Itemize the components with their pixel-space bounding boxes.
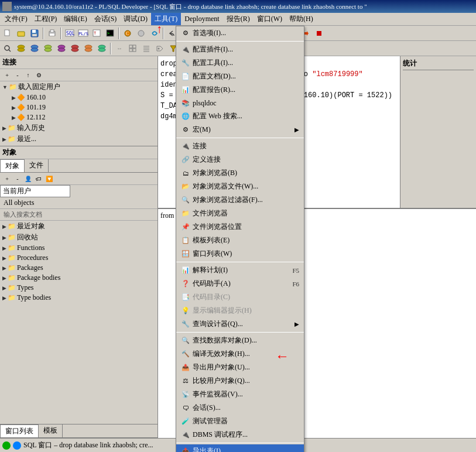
obj-add-btn[interactable]: +	[2, 174, 12, 183]
obj-remove-btn[interactable]: -	[13, 174, 22, 183]
plsql-window-btn[interactable]: PL/S	[77, 27, 90, 40]
tab-object[interactable]: 对象	[0, 159, 25, 172]
menu-template-list[interactable]: 📋 模板列表(E)	[176, 234, 304, 247]
test-window-btn[interactable]: T	[90, 27, 103, 40]
menu-report[interactable]: 报告(R)	[223, 13, 254, 25]
obj-recycle[interactable]: ▶ 📁 回收站	[0, 232, 157, 243]
menu-file[interactable]: 文件(F)	[1, 13, 31, 25]
svg-point-19	[138, 30, 144, 36]
print-btn[interactable]	[46, 27, 59, 40]
menu-session[interactable]: 会话(S)	[91, 13, 121, 25]
list-btn[interactable]	[140, 42, 153, 55]
conn-tree-item-4[interactable]: ▶ 📁 输入历史	[0, 122, 157, 133]
svg-rect-49	[129, 49, 132, 52]
menu-define-connect[interactable]: 🔗 定义连接	[176, 153, 304, 166]
menu-file-browser-pos[interactable]: 📌 文件浏览器位置	[176, 220, 304, 234]
tab-template[interactable]: 模板	[39, 424, 63, 437]
obj-recent[interactable]: ▶ 📁 最近对象	[0, 221, 157, 232]
conn-tree-item-2[interactable]: ▶ 🔶 101.19	[0, 102, 157, 112]
menu-export-tables[interactable]: 📤 导出表(I)...	[176, 444, 304, 452]
obj-packages[interactable]: ▶ 📁 Packages	[0, 263, 157, 273]
db4-btn[interactable]	[55, 42, 68, 55]
exportuserobj-icon: 📤	[181, 363, 190, 372]
svg-text:PL/S: PL/S	[78, 32, 88, 36]
obj-user-btn[interactable]: 👤	[23, 174, 33, 183]
conn-refresh-btn[interactable]: ↑	[23, 70, 33, 80]
obj-functions[interactable]: ▶ 📁 Functions	[0, 243, 157, 253]
menu-test-manager[interactable]: 🧪 测试管理器	[176, 415, 304, 428]
svg-point-40	[58, 48, 65, 52]
menu-session2[interactable]: 🗨 会话(S)...	[176, 401, 304, 415]
conn-remove-btn[interactable]: -	[13, 70, 22, 80]
menu-event-monitor[interactable]: 📡 事件监视器(V)...	[176, 388, 304, 401]
menu-deployment[interactable]: Deployment	[181, 13, 222, 25]
menu-explain[interactable]: 📊 解释计划(I) F5	[176, 263, 304, 277]
menu-obj-browser-filter[interactable]: 🔍 对象浏览器过滤器(F)...	[176, 193, 304, 207]
menu-macro[interactable]: ⚙ 宏(M) ▶	[176, 123, 304, 136]
menu-config-plugin[interactable]: 🔌 配置插件(I)...	[176, 43, 304, 56]
conn-tree-item-3[interactable]: ▶ 🔶 12.112	[0, 112, 157, 122]
menu-obj-browser-file[interactable]: 📂 对象浏览器文件(W)...	[176, 180, 304, 193]
user-dropdown[interactable]: 当前用户	[0, 185, 70, 197]
obj-filter-btn[interactable]: 🔽	[44, 174, 54, 183]
conn-add-btn[interactable]: +	[2, 70, 12, 80]
menu-window-list[interactable]: 🪟 窗口列表(W)	[176, 247, 304, 261]
explain-icon: 📊	[181, 266, 190, 275]
obj-tag-btn[interactable]: 🏷	[34, 174, 43, 183]
conn-tree-item-1[interactable]: ▶ 🔶 160.10	[0, 93, 157, 102]
db7-btn[interactable]	[95, 42, 108, 55]
db5-btn[interactable]	[69, 42, 81, 55]
menu-help[interactable]: 帮助(H)	[286, 13, 317, 25]
grid-btn[interactable]	[126, 42, 139, 55]
menu-tools[interactable]: 工具(T)	[151, 13, 181, 25]
menu-show-hints: 💡 显示编辑器提示(H)	[176, 304, 304, 317]
menu-plsqldoc[interactable]: 📚 plsqldoc	[176, 97, 304, 109]
connection-tree-toolbar: + - ↑ ⚙	[0, 69, 157, 81]
cmd-window-btn[interactable]: >_	[104, 27, 117, 40]
save-btn[interactable]	[28, 27, 41, 40]
menu-connect2[interactable]: 🔌 连接	[176, 139, 304, 153]
tools-config-icon: 🔧	[181, 59, 190, 68]
disconnect-btn[interactable]	[135, 27, 148, 40]
tag-btn[interactable]	[153, 42, 166, 55]
menu-dbms-output[interactable]: 🔌 DBMS 调试程序...	[176, 428, 304, 441]
open-btn[interactable]	[15, 27, 28, 40]
zoom-btn[interactable]: ↔	[113, 42, 126, 55]
menu-find-db-obj[interactable]: 🔍 查找数据库对象(D)...	[176, 334, 304, 347]
menu-project[interactable]: 工程(P)	[31, 13, 61, 25]
menu-edit[interactable]: 编辑(E)	[60, 13, 90, 25]
db6-btn[interactable]	[82, 42, 95, 55]
menu-object-browser[interactable]: 🗂 对象浏览器(B)	[176, 166, 304, 180]
conn-tree-item-0[interactable]: ▼ 📁 载入固定用户	[0, 81, 157, 93]
menu-config-report[interactable]: 📊 配置报告(R)...	[176, 83, 304, 97]
menu-query-designer[interactable]: 🔧 查询设计器(Q)... ▶	[176, 317, 304, 331]
stop2-btn[interactable]	[313, 27, 326, 40]
search-btn[interactable]	[1, 42, 14, 55]
menu-config-tools[interactable]: 🔧 配置工具(I)...	[176, 56, 304, 70]
db-connect-btn[interactable]	[15, 42, 28, 55]
menu-debug[interactable]: 调试(D)	[120, 13, 151, 25]
new-btn[interactable]	[1, 27, 14, 40]
db3-btn[interactable]	[42, 42, 54, 55]
obj-types[interactable]: ▶ 📁 Types	[0, 283, 157, 293]
obj-package-bodies[interactable]: ▶ 📁 Package bodies	[0, 273, 157, 283]
svg-rect-2	[18, 32, 25, 36]
menu-code-assist[interactable]: ❓ 代码助手(A) F6	[176, 277, 304, 290]
conn-gear-btn[interactable]: ⚙	[34, 70, 43, 80]
db2-btn[interactable]	[28, 42, 41, 55]
menu-config-web[interactable]: 🌐 配置 Web 搜索...	[176, 109, 304, 123]
menu-preferences[interactable]: ⚙ 首选项(I)...	[176, 26, 304, 40]
tab-file[interactable]: 文件	[25, 159, 49, 172]
connect-btn[interactable]: C	[121, 27, 134, 40]
conn-tree-item-5[interactable]: ▶ 📁 最近...	[0, 133, 157, 145]
menu-config-doc[interactable]: 📄 配置文档(D)...	[176, 70, 304, 83]
menu-compare-user-obj[interactable]: ⚖ 比较用户对象(Q)...	[176, 374, 304, 388]
sep-4	[176, 332, 304, 333]
menu-file-browser[interactable]: 📁 文件浏览器	[176, 207, 304, 220]
tab-window-list[interactable]: 窗口列表	[0, 424, 39, 437]
menu-window[interactable]: 窗口(W)	[254, 13, 286, 25]
winlist-icon: 🪟	[181, 249, 190, 259]
obj-type-bodies[interactable]: ▶ 📁 Type bodies	[0, 293, 157, 303]
obj-procedures[interactable]: ▶ 📁 Procedures	[0, 253, 157, 263]
sql-window-btn[interactable]: SQL	[63, 27, 76, 40]
